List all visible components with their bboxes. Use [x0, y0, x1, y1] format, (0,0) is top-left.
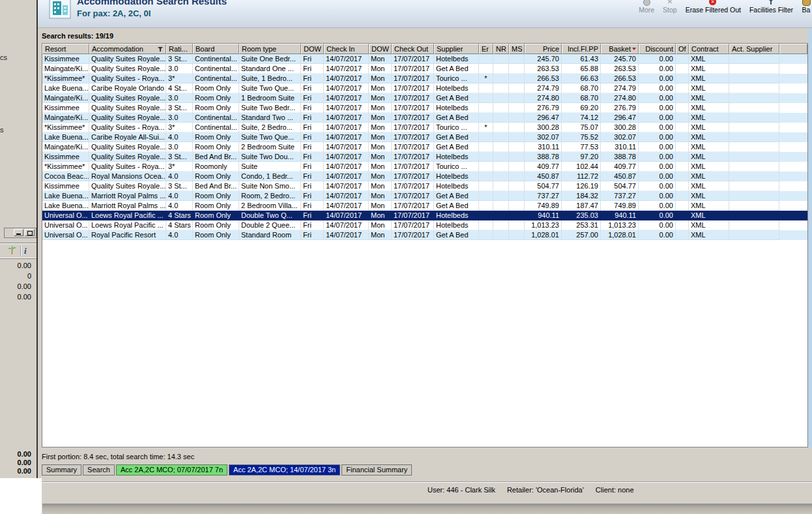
table-row[interactable]: *Kissimmee*Quality Suites - Roya...3*Roo…: [42, 162, 807, 172]
cell-dow-out: Mon: [369, 74, 392, 83]
column-header-ms[interactable]: MS: [509, 44, 525, 54]
tab-acc-0707[interactable]: Acc 2A,2C MCO; 07/07/2017 7n: [116, 464, 227, 476]
table-row[interactable]: Universal O...Loews Royal Pacific ...4 S…: [42, 220, 807, 230]
cell-dow-in: Fri: [301, 172, 324, 181]
cell-board: Continental...: [193, 113, 239, 123]
cell-room-type: Suite, 1 Bedro...: [239, 74, 301, 83]
info-icon[interactable]: [24, 246, 27, 256]
filter-funnel-icon[interactable]: [158, 46, 164, 52]
cell-supplier: Get A Bed: [434, 142, 479, 152]
cell-dow-out: Mon: [369, 181, 392, 191]
column-header-act-supplier[interactable]: Act. Supplier: [729, 44, 779, 54]
palm-tree-icon[interactable]: [7, 245, 17, 256]
column-header-er[interactable]: Er: [479, 44, 493, 54]
cell-discount: 0.00: [639, 220, 676, 230]
cell-price: 940.11: [525, 211, 562, 220]
window-right-border: [808, 29, 812, 447]
column-header-accommodation[interactable]: Accommodation: [89, 44, 166, 54]
cell-er: [479, 93, 493, 103]
cell-supplier: Get A Bed: [434, 64, 479, 74]
table-row[interactable]: *Kissimmee*Quality Suites - Roya...3*Con…: [42, 123, 807, 132]
cell-incl-fl-pp: 77.53: [562, 142, 601, 152]
table-row[interactable]: Lake Buena...Caribe Royale All-Sui...4.0…: [42, 132, 807, 142]
cell-board: Room Only: [193, 201, 239, 211]
table-row[interactable]: Lake Buena...Marriott Royal Palms ...4.0…: [42, 191, 807, 201]
more-button[interactable]: More: [639, 0, 654, 14]
cell-contract: XML: [689, 142, 729, 152]
cell-of: [676, 211, 689, 220]
cell-er: [479, 230, 493, 240]
table-row[interactable]: Lake Buena...Caribe Royale Orlando4 St..…: [42, 83, 807, 93]
cell-check-out: 17/07/2017: [392, 162, 434, 172]
cell-discount: 0.00: [639, 191, 676, 201]
table-row[interactable]: Maingate/Ki...Quality Suites Royale...3.…: [42, 113, 807, 123]
tab-acc-1407[interactable]: Acc 2A,2C MCO; 14/07/2017 3n: [229, 464, 340, 476]
table-row[interactable]: Lake Buena...Marriott Royal Palms ...4.0…: [42, 201, 807, 211]
facilities-filter-button[interactable]: Facilities Filter: [749, 0, 793, 14]
cell-dow-out: Mon: [369, 162, 392, 172]
cell-price: 1,013.23: [525, 220, 562, 230]
table-row[interactable]: Universal O...Royal Pacific Resort4.0Roo…: [42, 230, 807, 240]
column-header-room-type[interactable]: Room type: [239, 44, 301, 54]
table-row[interactable]: KissimmeeQuality Suites Royale...3 St...…: [42, 54, 807, 64]
cell-contract: XML: [689, 103, 729, 113]
column-header-check-in[interactable]: Check In: [324, 44, 369, 54]
cell-price: 245.70: [525, 54, 562, 64]
cell-room-type: Suite Two Que...: [239, 132, 301, 142]
cell-ms: [509, 162, 525, 172]
column-header-nr[interactable]: NR: [493, 44, 509, 54]
cell-dow-in: Fri: [301, 103, 324, 113]
column-header-check-out[interactable]: Check Out: [392, 44, 434, 54]
cell-nr: [493, 83, 509, 93]
table-row[interactable]: KissimmeeQuality Suites Royale...3 St...…: [42, 181, 807, 191]
column-header-board[interactable]: Board: [193, 44, 239, 54]
accommodation-icon: [49, 0, 71, 20]
tab-financial-summary[interactable]: Financial Summary: [341, 464, 412, 476]
table-row[interactable]: Maingate/Ki...Quality Suites Royale...3.…: [42, 142, 807, 152]
column-header-resort[interactable]: Resort: [42, 44, 89, 54]
cell-supplier: Hotelbeds: [434, 211, 479, 220]
column-header-dow-out[interactable]: DOW: [369, 44, 392, 54]
panel-minimize-button[interactable]: [14, 229, 23, 236]
table-row[interactable]: Maingate/Ki...Quality Suites Royale...3.…: [42, 64, 807, 74]
cell-rating: 4.0: [166, 201, 193, 211]
cell-of: [676, 142, 689, 152]
cell-price: 300.28: [525, 123, 562, 132]
cell-nr: [493, 123, 509, 132]
cell-accommodation: Loews Royal Pacific ...: [89, 220, 166, 230]
cell-check-out: 17/07/2017: [392, 181, 434, 191]
column-header-supplier[interactable]: Supplier: [434, 44, 479, 54]
column-header-basket[interactable]: Basket: [601, 44, 639, 54]
column-header-contract[interactable]: Contract: [689, 44, 729, 54]
cell-dow-out: Mon: [369, 103, 392, 113]
cell-act-supplier: [729, 93, 779, 103]
column-header-dow-in[interactable]: DOW: [301, 44, 324, 54]
table-row[interactable]: KissimmeeQuality Suites Royale...3 St...…: [42, 103, 807, 113]
cell-basket: 310.11: [601, 142, 639, 152]
tab-summary[interactable]: Summary: [42, 464, 81, 476]
basket-button[interactable]: Ba: [802, 0, 811, 14]
left-total: 0.00: [0, 450, 31, 459]
table-row[interactable]: Maingate/Ki...Quality Suites Royale...3.…: [42, 93, 807, 103]
cell-rating: 4.0: [166, 132, 193, 142]
cell-check-in: 14/07/2017: [324, 230, 369, 240]
cell-check-in: 14/07/2017: [324, 113, 369, 123]
cell-discount: 0.00: [639, 74, 676, 83]
cell-room-type: Suite Two Bedr...: [239, 103, 301, 113]
erase-filtered-out-button[interactable]: Erase Filtered Out: [686, 0, 741, 14]
column-header-of[interactable]: Of: [676, 44, 689, 54]
tab-search[interactable]: Search: [83, 464, 115, 476]
cell-board: Room Only: [193, 191, 239, 201]
table-row[interactable]: Cocoa Beac...Royal Mansions Ocea...4.0Ro…: [42, 172, 807, 181]
cell-supplier: Get A Bed: [434, 132, 479, 142]
column-header-price[interactable]: Price: [525, 44, 562, 54]
column-header-rating[interactable]: Rati...: [166, 44, 193, 54]
table-row[interactable]: KissimmeeQuality Suites Royale...3 St...…: [42, 152, 807, 162]
column-header-discount[interactable]: Discount: [639, 44, 676, 54]
table-row[interactable]: Universal O...Loews Royal Pacific ...4 S…: [42, 211, 807, 220]
table-row[interactable]: *Kissimmee*Quality Suites - Roya...3*Con…: [42, 74, 807, 83]
cell-supplier: Tourico ...: [434, 123, 479, 132]
stop-button[interactable]: Stop: [663, 0, 677, 14]
column-header-incl-fl-pp[interactable]: Incl.Fl.PP: [562, 44, 601, 54]
panel-restore-button[interactable]: [25, 229, 35, 236]
